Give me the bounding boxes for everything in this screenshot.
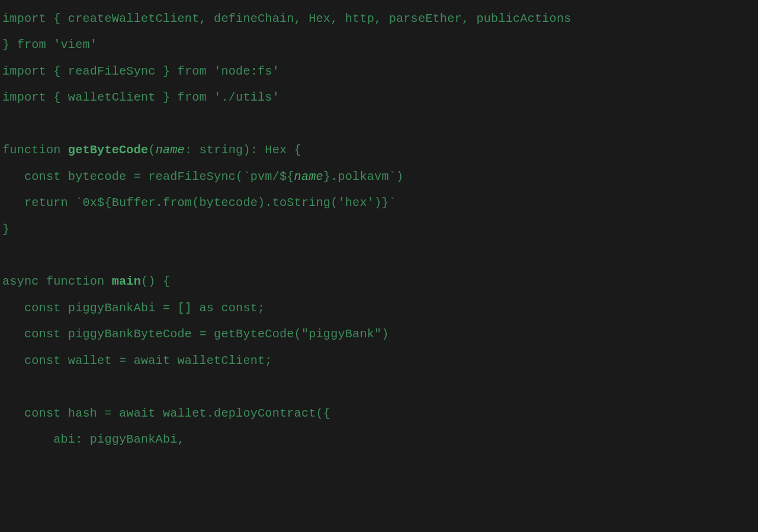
code-token: const wallet = await walletClient; [2,354,272,367]
code-token: } [2,38,17,51]
code-token [207,65,214,78]
code-token: from [17,38,46,51]
code-token: from [178,65,207,78]
code-token: main [112,275,141,288]
code-token: const piggyBankAbi = [] as const; [2,301,265,315]
code-token: 'node:fs' [214,65,280,78]
code-token: function [2,143,68,157]
code-token: async function [2,275,112,288]
code-token: getByteCode [68,143,148,157]
code-token: const bytecode = readFileSync(`pvm/${ [2,170,294,183]
code-token: 'viem' [53,38,97,51]
code-token: const piggyBankByteCode = getByteCode("p… [2,327,389,341]
code-token: './utils' [214,91,280,104]
code-token: () { [141,275,170,288]
code-token: }.polkavm`) [323,170,403,183]
code-token: import { createWalletClient, defineChain… [2,12,571,25]
code-token: ( [148,143,155,157]
code-block: import { createWalletClient, defineChain… [0,0,758,459]
code-token: name [156,143,185,157]
code-token: const hash = await wallet.deployContract… [2,407,330,420]
code-token: import { walletClient } [2,91,178,104]
code-token: from [178,91,207,104]
code-token: return `0x${Buffer.from(bytecode).toStri… [2,196,396,209]
code-token: name [294,170,323,183]
code-token: abi: piggyBankAbi, [2,433,185,446]
code-token [46,38,53,51]
code-token: : string): Hex { [185,143,301,157]
code-token [207,91,214,104]
code-token: import { readFileSync } [2,65,178,78]
code-token: } [2,223,9,236]
